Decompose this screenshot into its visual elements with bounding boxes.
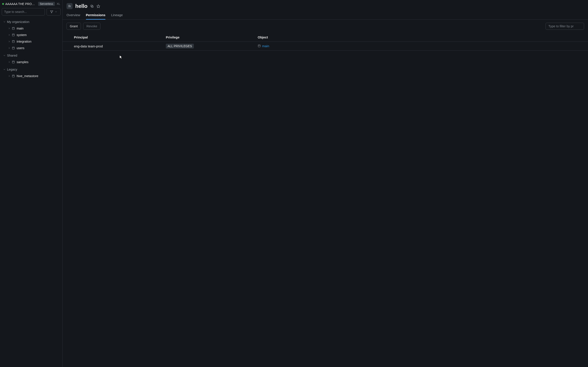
chevron-right-icon <box>8 40 10 43</box>
chevron-down-icon <box>3 54 6 57</box>
tree-section-label: Legacy <box>7 68 17 71</box>
funnel-icon <box>50 10 53 14</box>
catalog-icon <box>12 40 15 43</box>
tab-lineage[interactable]: Lineage <box>111 11 123 19</box>
chevron-down-icon <box>3 68 6 71</box>
tree-item-samples[interactable]: samples <box>5 59 61 65</box>
filter-input[interactable] <box>545 23 584 30</box>
tree-item-system[interactable]: system <box>5 32 61 38</box>
svg-rect-10 <box>12 75 14 77</box>
cell-privilege: ALL PRIVILEGES <box>166 44 258 49</box>
sidebar: AAAAAA THE PRODU… Serverless XL <box>0 0 62 367</box>
tree-item-label: users <box>17 46 24 50</box>
grant-button[interactable]: Grant <box>67 23 81 30</box>
catalog-icon <box>12 60 15 64</box>
tree-section-my-organization[interactable]: My organization <box>1 18 61 25</box>
tree-item-label: samples <box>17 60 28 64</box>
catalog-icon <box>12 33 15 36</box>
object-link-label: main <box>262 44 269 48</box>
workspace-size: XL <box>56 2 60 5</box>
table-row[interactable]: eng-data team-prod ALL PRIVILEGES main <box>62 42 588 51</box>
tree-item-label: main <box>17 27 23 30</box>
star-icon[interactable] <box>96 4 100 8</box>
tree-item-main[interactable]: main <box>5 25 61 32</box>
tree-item-label: hive_metastore <box>17 74 38 78</box>
tab-permissions[interactable]: Permissions <box>86 11 105 19</box>
tree-item-label: integration <box>17 40 32 43</box>
chevron-right-icon <box>8 75 10 77</box>
object-link[interactable]: main <box>258 44 269 48</box>
svg-marker-14 <box>97 5 100 8</box>
col-privilege: Privilege <box>166 33 258 41</box>
svg-rect-6 <box>12 47 14 49</box>
workspace-mode-tag: Serverless <box>38 2 55 6</box>
copy-icon[interactable] <box>90 4 94 8</box>
svg-rect-8 <box>12 61 14 63</box>
tree-section-shared[interactable]: Shared <box>1 52 61 59</box>
tree-item-users[interactable]: users <box>5 45 61 51</box>
svg-rect-2 <box>12 34 14 36</box>
tree-item-hive-metastore[interactable]: hive_metastore <box>5 73 61 79</box>
tab-overview[interactable]: Overview <box>67 11 80 19</box>
col-object: Object <box>258 33 584 41</box>
workspace-name: AAAAAA THE PRODU… <box>5 2 37 6</box>
tabs: Overview Permissions Lineage <box>62 10 588 20</box>
chevron-right-icon <box>8 61 10 63</box>
filter-button[interactable] <box>47 8 61 16</box>
catalog-icon <box>12 47 15 50</box>
svg-rect-4 <box>12 40 14 43</box>
status-dot-icon <box>2 3 4 5</box>
workspace-header[interactable]: AAAAAA THE PRODU… Serverless XL <box>0 0 62 7</box>
chevron-right-icon <box>8 47 10 49</box>
privilege-chip: ALL PRIVILEGES <box>166 44 194 49</box>
catalog-tree: My organization main system <box>0 18 62 80</box>
revoke-button[interactable]: Revoke <box>83 23 100 30</box>
chevron-down-icon <box>3 21 6 23</box>
svg-rect-15 <box>258 45 260 47</box>
function-icon: fx <box>67 3 73 9</box>
chevron-down-icon <box>55 10 57 13</box>
col-principal: Principal <box>74 33 166 41</box>
catalog-icon <box>12 27 15 30</box>
search-input[interactable] <box>2 8 45 16</box>
catalog-icon <box>12 75 15 78</box>
tree-section-legacy[interactable]: Legacy <box>1 66 61 73</box>
page-title: hello <box>75 3 87 9</box>
chevron-right-icon <box>8 34 10 36</box>
tree-section-label: Shared <box>7 54 17 57</box>
cell-principal: eng-data team-prod <box>74 44 166 48</box>
permissions-table: Principal Privilege Object eng-data team… <box>62 33 588 51</box>
tree-section-label: My organization <box>7 20 29 24</box>
chevron-right-icon <box>8 27 10 30</box>
tree-item-label: system <box>17 33 27 37</box>
tree-item-integration[interactable]: integration <box>5 38 61 45</box>
svg-rect-0 <box>12 27 14 30</box>
main-panel: fx hello Overview Permissions Lineage Gr… <box>62 0 588 367</box>
